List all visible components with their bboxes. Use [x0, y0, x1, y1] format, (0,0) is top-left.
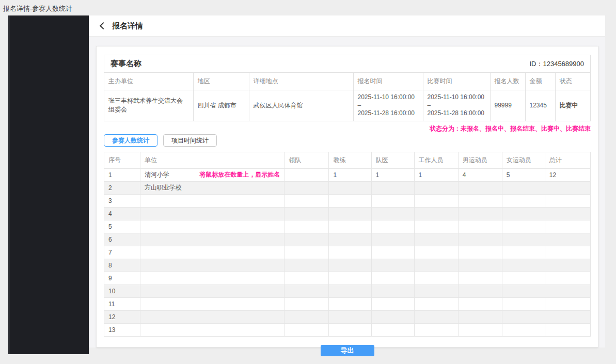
cell-leader	[285, 220, 329, 233]
cell-unit	[140, 284, 285, 297]
cell-no: 9	[104, 272, 140, 284]
cell-male	[458, 284, 502, 297]
tab-participant-stats[interactable]: 参赛人数统计	[104, 134, 157, 147]
table-row[interactable]: 11	[104, 297, 591, 310]
col-organizer: 主办单位	[104, 73, 193, 90]
cell-no: 4	[104, 207, 140, 220]
tabs: 参赛人数统计 项目时间统计	[104, 134, 591, 147]
cell-doctor	[371, 207, 414, 220]
page-title: 报名详情-参赛人数统计	[3, 4, 72, 13]
cell-staff	[414, 181, 458, 194]
cell-female	[502, 272, 545, 284]
stats-table: 序号 单位 领队 教练 队医 工作人员 男运动员 女运动员 总计 1清河小学将鼠…	[104, 152, 591, 337]
cell-staff: 1	[414, 168, 458, 181]
cell-coach	[329, 297, 371, 310]
cell-unit	[140, 297, 285, 310]
match-time-value: 2025-11-10 16:00:00 – 2025-11-28 16:00:0…	[423, 90, 490, 121]
cell-doctor	[371, 272, 414, 284]
col-region: 地区	[193, 73, 249, 90]
col-coach: 教练	[329, 152, 371, 168]
cell-male	[458, 181, 502, 194]
cell-staff	[414, 297, 458, 310]
back-icon[interactable]	[100, 22, 107, 29]
col-leader: 领队	[285, 152, 329, 168]
cell-total	[545, 233, 590, 246]
cell-doctor	[371, 220, 414, 233]
cell-male	[458, 310, 502, 323]
table-row[interactable]: 5	[104, 220, 591, 233]
cell-unit	[140, 194, 285, 207]
cell-total	[545, 207, 590, 220]
cell-doctor	[371, 323, 414, 336]
tab-event-schedule-stats[interactable]: 项目时间统计	[163, 134, 217, 147]
cell-total	[545, 220, 590, 233]
table-row[interactable]: 9	[104, 272, 591, 284]
cell-staff	[414, 272, 458, 284]
cell-unit: 方山职业学校	[140, 181, 285, 194]
cell-female	[502, 233, 545, 246]
cell-female	[502, 246, 545, 259]
cell-staff	[414, 233, 458, 246]
cell-total: 12	[545, 168, 590, 181]
cell-total	[545, 323, 590, 336]
cell-unit	[140, 310, 285, 323]
cell-leader	[285, 233, 329, 246]
table-row[interactable]: 13	[104, 323, 591, 336]
table-row[interactable]: 8	[104, 259, 591, 272]
table-row[interactable]: 4	[104, 207, 591, 220]
table-row[interactable]: 12	[104, 310, 591, 323]
organizer-value: 张三丰杯武术养生交流大会组委会	[104, 90, 193, 121]
cell-coach	[329, 310, 371, 323]
col-venue: 详细地点	[249, 73, 353, 90]
cell-male	[458, 272, 502, 284]
cell-female	[502, 259, 545, 272]
table-row[interactable]: 2方山职业学校	[104, 181, 591, 194]
sidebar	[8, 15, 89, 354]
cell-coach	[329, 284, 371, 297]
cell-leader	[285, 284, 329, 297]
status-legend-note: 状态分为：未报名、报名中、报名结束、比赛中、比赛结束	[104, 124, 591, 133]
table-row[interactable]: 3	[104, 194, 591, 207]
table-row[interactable]: 6	[104, 233, 591, 246]
cell-total	[545, 181, 590, 194]
cell-doctor: 1	[371, 168, 414, 181]
cell-doctor	[371, 259, 414, 272]
table-row[interactable]: 1清河小学将鼠标放在数量上，显示姓名1114512	[104, 168, 591, 181]
cell-unit	[140, 220, 285, 233]
cell-unit	[140, 272, 285, 284]
cell-coach	[329, 246, 371, 259]
cell-no: 2	[104, 181, 140, 194]
stats-table-wrap: 序号 单位 领队 教练 队医 工作人员 男运动员 女运动员 总计 1清河小学将鼠…	[104, 152, 591, 337]
cell-doctor	[371, 284, 414, 297]
cell-coach	[329, 233, 371, 246]
cell-female	[502, 207, 545, 220]
cell-male	[458, 323, 502, 336]
event-id: ID：12345689900	[529, 59, 584, 69]
cell-staff	[414, 310, 458, 323]
cell-female: 5	[502, 168, 545, 181]
cell-no: 12	[104, 310, 140, 323]
cell-total	[545, 194, 590, 207]
cell-unit	[140, 259, 285, 272]
cell-staff	[414, 323, 458, 336]
cell-doctor	[371, 194, 414, 207]
export-button[interactable]: 导出	[321, 345, 374, 356]
stats-table-body: 1清河小学将鼠标放在数量上，显示姓名11145122方山职业学校34567891…	[104, 168, 591, 336]
cell-unit	[140, 323, 285, 336]
cell-total	[545, 259, 590, 272]
col-amount: 金额	[525, 73, 555, 90]
cell-no: 7	[104, 246, 140, 259]
cell-coach	[329, 181, 371, 194]
col-status: 状态	[555, 73, 590, 90]
cell-female	[502, 220, 545, 233]
cell-total	[545, 284, 590, 297]
cell-no: 8	[104, 259, 140, 272]
table-row[interactable]: 7	[104, 246, 591, 259]
cell-no: 1	[104, 168, 140, 181]
cell-no: 11	[104, 297, 140, 310]
event-info-table: 主办单位 地区 详细地点 报名时间 比赛时间 报名人数 金额 状态 张三丰杯武术…	[104, 73, 590, 121]
cell-leader	[285, 297, 329, 310]
cell-male	[458, 297, 502, 310]
amount-value: 12345	[525, 90, 555, 121]
table-row[interactable]: 10	[104, 284, 591, 297]
